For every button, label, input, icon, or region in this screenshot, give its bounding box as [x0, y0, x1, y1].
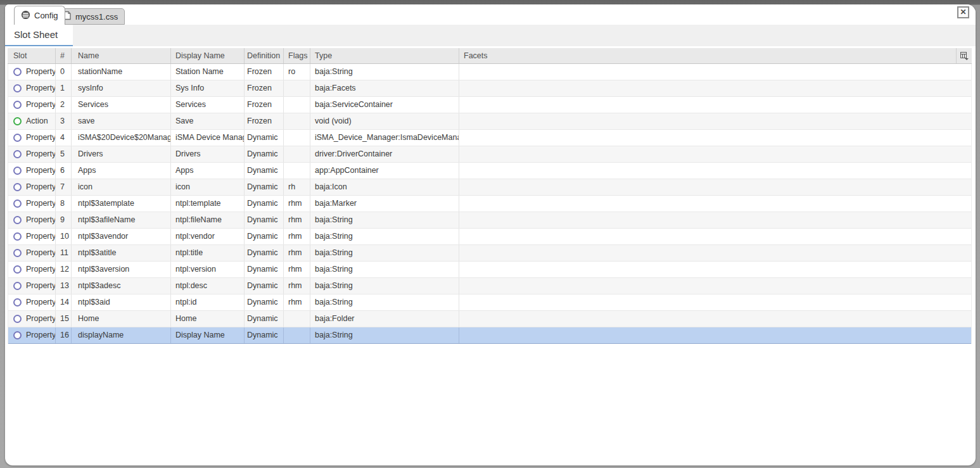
- display-name-cell: Station Name: [171, 64, 245, 80]
- type-cell: baja:String: [310, 64, 459, 80]
- definition-cell: Dynamic: [245, 327, 284, 343]
- tab-mycss1-css[interactable]: mycss1.css: [56, 8, 125, 25]
- definition-cell: Dynamic: [245, 278, 284, 294]
- close-icon[interactable]: ✕: [957, 6, 969, 18]
- definition-cell: Dynamic: [245, 196, 284, 212]
- slot-kind-label: Property: [26, 262, 56, 277]
- type-cell: baja:String: [310, 262, 459, 277]
- facets-cell: [459, 64, 971, 80]
- type-cell: baja:Facets: [310, 80, 459, 96]
- slot-kind-icon: [13, 167, 22, 175]
- number-cell: 15: [56, 311, 72, 327]
- column-header-slot[interactable]: Slot: [8, 48, 56, 63]
- type-cell: app:AppContainer: [310, 163, 459, 179]
- slot-kind-label: Property: [26, 80, 56, 96]
- slot-kind-label: Property: [26, 146, 56, 162]
- column-header-number[interactable]: #: [56, 48, 72, 63]
- table-row[interactable]: Property 9 ntpl$3afileName ntpl:fileName…: [8, 212, 971, 229]
- facets-cell: [459, 130, 971, 146]
- slot-cell: Property: [8, 294, 56, 310]
- definition-cell: Dynamic: [245, 294, 284, 310]
- type-cell: baja:Icon: [310, 179, 459, 195]
- table-row[interactable]: Property 6 Apps Apps Dynamic app:AppCont…: [8, 163, 971, 179]
- table-row[interactable]: Property 12 ntpl$3aversion ntpl:version …: [8, 262, 971, 278]
- flags-cell: [284, 130, 310, 146]
- number-cell: 14: [56, 294, 72, 310]
- tab-slot-sheet[interactable]: Slot Sheet: [5, 25, 73, 46]
- table-row[interactable]: Property 5 Drivers Drivers Dynamic drive…: [8, 146, 971, 163]
- name-cell: ntpl$3atemplate: [72, 196, 171, 212]
- display-name-cell: ntpl:template: [171, 196, 245, 212]
- name-cell: displayName: [72, 327, 171, 343]
- column-header-facets[interactable]: Facets: [459, 48, 957, 63]
- display-name-cell: Sys Info: [171, 80, 245, 96]
- table-row[interactable]: Property 16 displayName Display Name Dyn…: [8, 327, 971, 344]
- definition-cell: Dynamic: [245, 130, 284, 146]
- column-header-display-name[interactable]: Display Name: [171, 48, 245, 63]
- facets-cell: [459, 262, 971, 277]
- display-name-cell: iSMA Device Manager: [171, 130, 245, 146]
- slot-cell: Property: [8, 80, 56, 96]
- display-name-cell: Drivers: [171, 146, 245, 162]
- table-row[interactable]: Property 7 icon icon Dynamic rh baja:Ico…: [8, 179, 971, 196]
- slot-kind-icon: [13, 216, 22, 224]
- column-header-definition[interactable]: Definition: [245, 48, 284, 63]
- slot-cell: Property: [8, 245, 56, 261]
- name-cell: Services: [72, 97, 171, 113]
- display-name-cell: icon: [171, 179, 245, 195]
- number-cell: 7: [56, 179, 72, 195]
- slot-kind-icon: [13, 249, 22, 257]
- number-cell: 8: [56, 196, 72, 212]
- tab-config[interactable]: Config: [14, 6, 65, 25]
- display-name-cell: Display Name: [171, 327, 245, 343]
- slot-kind-label: Property: [26, 196, 56, 212]
- name-cell: Home: [72, 311, 171, 327]
- table-row[interactable]: Property 2 Services Services Frozen baja…: [8, 97, 971, 113]
- column-options-icon[interactable]: [957, 48, 972, 63]
- table-row[interactable]: Property 15 Home Home Dynamic baja:Folde…: [8, 311, 971, 327]
- table-row[interactable]: Property 13 ntpl$3adesc ntpl:desc Dynami…: [8, 278, 971, 294]
- slot-sheet-table: Slot # Name Display Name Definition Flag…: [8, 48, 972, 344]
- definition-cell: Frozen: [245, 64, 284, 80]
- number-cell: 5: [56, 146, 72, 162]
- number-cell: 9: [56, 212, 72, 228]
- number-cell: 16: [56, 327, 72, 343]
- slot-cell: Property: [8, 212, 56, 228]
- table-row[interactable]: Property 14 ntpl$3aid ntpl:id Dynamic rh…: [8, 294, 971, 311]
- flags-cell: [284, 80, 310, 96]
- flags-cell: [284, 97, 310, 113]
- table-row[interactable]: Property 8 ntpl$3atemplate ntpl:template…: [8, 196, 971, 212]
- table-row[interactable]: Property 10 ntpl$3avendor ntpl:vendor Dy…: [8, 229, 971, 245]
- column-header-name[interactable]: Name: [72, 48, 171, 63]
- type-cell: baja:Marker: [310, 196, 459, 212]
- column-header-flags[interactable]: Flags: [284, 48, 310, 63]
- name-cell: Apps: [72, 163, 171, 179]
- facets-cell: [459, 179, 971, 195]
- definition-cell: Frozen: [245, 97, 284, 113]
- slot-kind-icon: [13, 282, 22, 290]
- flags-cell: [284, 311, 310, 327]
- slot-kind-icon: [13, 117, 22, 125]
- column-header-type[interactable]: Type: [310, 48, 459, 63]
- display-name-cell: Services: [171, 97, 245, 113]
- slot-cell: Property: [8, 64, 56, 80]
- slot-kind-label: Property: [26, 278, 56, 294]
- slot-kind-label: Property: [26, 311, 56, 327]
- definition-cell: Dynamic: [245, 311, 284, 327]
- slot-cell: Property: [8, 311, 56, 327]
- display-name-cell: ntpl:fileName: [171, 212, 245, 228]
- type-cell: baja:String: [310, 278, 459, 294]
- facets-cell: [459, 97, 971, 113]
- slot-kind-label: Property: [26, 229, 56, 244]
- table-row[interactable]: Property 11 ntpl$3atitle ntpl:title Dyna…: [8, 245, 971, 262]
- slot-kind-icon: [13, 101, 22, 109]
- table-row[interactable]: Property 0 stationName Station Name Froz…: [8, 64, 971, 80]
- flags-cell: rhm: [284, 196, 310, 212]
- slot-cell: Action: [8, 113, 56, 129]
- display-name-cell: ntpl:desc: [171, 278, 245, 294]
- table-row[interactable]: Action 3 save Save Frozen void (void): [8, 113, 971, 130]
- name-cell: ntpl$3atitle: [72, 245, 171, 261]
- table-row[interactable]: Property 1 sysInfo Sys Info Frozen baja:…: [8, 80, 971, 97]
- table-row[interactable]: Property 4 iSMA$20Device$20Manager iSMA …: [8, 130, 971, 146]
- slot-kind-icon: [13, 232, 22, 241]
